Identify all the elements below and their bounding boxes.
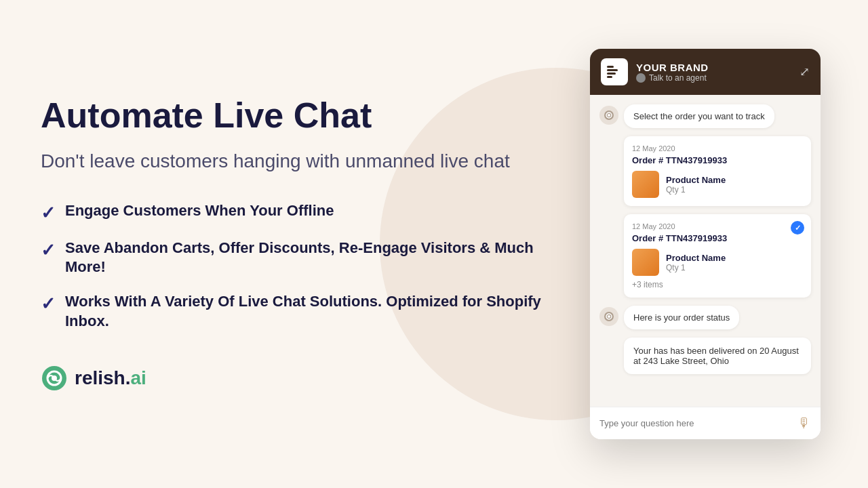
svg-rect-4	[607, 69, 618, 71]
svg-point-12	[608, 315, 610, 318]
checkmark-icon: ✓	[41, 293, 56, 314]
selected-badge	[791, 221, 804, 235]
brand-name: YOUR BRAND	[636, 62, 709, 73]
feature-text-2: Save Abandon Carts, Offer Discounts, Re-…	[65, 239, 556, 277]
bot-icon	[603, 109, 615, 121]
select-order-bubble: Select the order you want to track	[624, 104, 774, 128]
agent-status: Talk to an agent	[636, 73, 709, 83]
order-status-bubble: Here is your order status	[624, 306, 739, 329]
product-name-2: Product Name	[666, 253, 726, 263]
checkmark-icon: ✓	[41, 240, 56, 261]
order-card-1[interactable]: 12 May 2020 Order # TTN437919933 Product…	[624, 136, 811, 206]
expand-icon[interactable]: ⤢	[800, 64, 810, 79]
product-name-1: Product Name	[666, 175, 726, 185]
product-row-1: Product Name Qty 1	[632, 171, 803, 198]
brand-logo	[601, 58, 628, 85]
chat-header-left: YOUR BRAND Talk to an agent	[601, 58, 709, 85]
bot-avatar	[599, 106, 618, 125]
product-image-2	[632, 249, 659, 276]
product-info-2: Product Name Qty 1	[666, 253, 726, 272]
svg-rect-5	[607, 73, 616, 75]
microphone-icon[interactable]: 🎙	[797, 415, 811, 431]
brand-info: YOUR BRAND Talk to an agent	[636, 62, 709, 83]
delivery-bubble: Your has has been delivered on 20 August…	[624, 338, 811, 374]
left-panel: Automate Live Chat Don't leave customers…	[41, 96, 583, 392]
svg-rect-6	[607, 76, 612, 78]
more-items-label: +3 items	[632, 280, 803, 289]
feature-text-3: Works With A Variety Of Live Chat Soluti…	[65, 292, 556, 331]
list-item: ✓ Save Abandon Carts, Offer Discounts, R…	[41, 239, 556, 277]
svg-rect-3	[607, 66, 614, 68]
page-title: Automate Live Chat	[41, 96, 556, 135]
bot-avatar-2	[599, 307, 618, 326]
chat-body: Select the order you want to track 12 Ma…	[590, 95, 821, 407]
svg-point-9	[608, 114, 610, 117]
bot-icon-2	[603, 310, 615, 323]
order-number-1: Order # TTN437919933	[632, 155, 803, 165]
logo-text: relish.ai	[75, 367, 146, 389]
brand-logo-icon	[606, 63, 623, 81]
chat-widget: YOUR BRAND Talk to an agent ⤢	[590, 49, 821, 439]
chat-input[interactable]	[599, 418, 791, 428]
order-date-2: 12 May 2020	[632, 222, 803, 230]
list-item: ✓ Works With A Variety Of Live Chat Solu…	[41, 292, 556, 331]
order-card-2[interactable]: 12 May 2020 Order # TTN437919933 Product…	[624, 214, 811, 298]
feature-text-1: Engage Customers When Your Offline	[65, 201, 334, 221]
chat-header: YOUR BRAND Talk to an agent ⤢	[590, 49, 821, 95]
order-date-1: 12 May 2020	[632, 144, 803, 152]
agent-label: Talk to an agent	[649, 73, 707, 83]
checkmark-icon: ✓	[41, 203, 56, 224]
product-row-2: Product Name Qty 1	[632, 249, 803, 276]
relish-logo-icon	[41, 365, 68, 392]
page-subtitle: Don't leave customers hanging with unman…	[41, 148, 556, 174]
list-item: ✓ Engage Customers When Your Offline	[41, 201, 556, 224]
product-image-1	[632, 171, 659, 198]
logo-ai: ai	[130, 367, 146, 388]
order-number-2: Order # TTN437919933	[632, 233, 803, 243]
product-qty-1: Qty 1	[666, 185, 726, 195]
right-panel: YOUR BRAND Talk to an agent ⤢	[583, 49, 827, 439]
order-status-row: Here is your order status	[599, 306, 811, 329]
agent-avatar-icon	[636, 73, 646, 83]
bot-message-row: Select the order you want to track	[599, 104, 811, 128]
product-qty-2: Qty 1	[666, 263, 726, 272]
chat-input-area: 🎙	[590, 407, 821, 439]
feature-list: ✓ Engage Customers When Your Offline ✓ S…	[41, 201, 556, 331]
logo-area: relish.ai	[41, 365, 556, 392]
product-info-1: Product Name Qty 1	[666, 175, 726, 195]
